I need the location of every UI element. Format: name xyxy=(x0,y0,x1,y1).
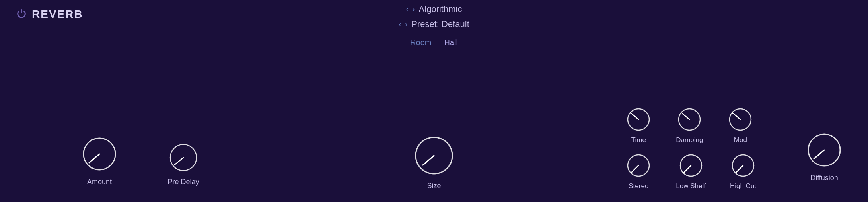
knobs-right-bottom-row: Stereo Low Shelf High Cut xyxy=(625,152,757,190)
damping-knob-group: Damping xyxy=(676,106,703,144)
plugin-container: REVERB ‹ › Algorithmic ‹ › Preset: Defau… xyxy=(0,0,868,202)
diffusion-label: Diffusion xyxy=(810,174,838,182)
preset-chevron-left[interactable]: ‹ xyxy=(399,20,401,29)
mode-tab-hall[interactable]: Hall xyxy=(442,37,460,48)
svg-line-19 xyxy=(814,150,824,159)
mode-tabs: Room Hall xyxy=(408,37,460,48)
svg-line-1 xyxy=(89,154,99,163)
size-section: Size xyxy=(412,133,456,190)
mod-label: Mod xyxy=(734,136,747,144)
pre-delay-knob[interactable] xyxy=(167,141,200,174)
amount-knob[interactable] xyxy=(80,134,119,174)
high-cut-knob[interactable] xyxy=(730,152,757,179)
time-knob-group: Time xyxy=(625,106,652,144)
svg-line-17 xyxy=(736,165,743,173)
mode-tab-room[interactable]: Room xyxy=(408,37,434,48)
low-shelf-label: Low Shelf xyxy=(676,182,706,190)
svg-line-11 xyxy=(732,113,740,119)
algorithm-selector[interactable]: ‹ › Algorithmic xyxy=(406,4,462,14)
preset-chevron-right[interactable]: › xyxy=(405,20,407,29)
pre-delay-knob-group: Pre Delay xyxy=(167,141,200,186)
title-section: REVERB xyxy=(16,8,83,21)
center-top: ‹ › Algorithmic ‹ › Preset: Default Room… xyxy=(399,4,469,48)
mod-knob[interactable] xyxy=(727,106,754,133)
size-knob[interactable] xyxy=(412,133,456,178)
high-cut-knob-group: High Cut xyxy=(730,152,757,190)
low-shelf-knob[interactable] xyxy=(677,152,705,179)
svg-line-3 xyxy=(175,158,183,165)
amount-label: Amount xyxy=(87,178,112,186)
damping-knob[interactable] xyxy=(676,106,703,133)
knobs-right: Time Damping Mod xyxy=(625,106,757,190)
algorithm-value: Algorithmic xyxy=(419,4,462,14)
knobs-right-top-row: Time Damping Mod xyxy=(625,106,757,144)
stereo-label: Stereo xyxy=(629,182,648,190)
low-shelf-knob-group: Low Shelf xyxy=(676,152,706,190)
time-label: Time xyxy=(631,136,646,144)
high-cut-label: High Cut xyxy=(730,182,756,190)
pre-delay-label: Pre Delay xyxy=(167,178,199,186)
svg-line-13 xyxy=(631,165,638,173)
size-label: Size xyxy=(427,182,441,190)
svg-line-5 xyxy=(423,156,434,165)
stereo-knob[interactable] xyxy=(625,152,652,179)
diffusion-knob[interactable] xyxy=(804,130,844,170)
mod-knob-group: Mod xyxy=(727,106,754,144)
diffusion-knob-group: Diffusion xyxy=(804,130,844,182)
algorithm-chevron-left[interactable]: ‹ xyxy=(406,5,409,13)
power-icon[interactable] xyxy=(16,9,27,20)
time-knob[interactable] xyxy=(625,106,652,133)
stereo-knob-group: Stereo xyxy=(625,152,652,190)
algorithm-chevron-right[interactable]: › xyxy=(413,5,415,13)
svg-line-9 xyxy=(682,114,689,119)
amount-knob-group: Amount xyxy=(80,134,119,186)
plugin-title: REVERB xyxy=(32,8,83,21)
preset-value: Preset: Default xyxy=(411,19,469,29)
knobs-left: Amount Pre Delay xyxy=(80,134,200,186)
damping-label: Damping xyxy=(676,136,703,144)
preset-selector[interactable]: ‹ › Preset: Default xyxy=(399,19,469,29)
svg-line-15 xyxy=(684,165,691,173)
svg-line-7 xyxy=(631,113,638,119)
